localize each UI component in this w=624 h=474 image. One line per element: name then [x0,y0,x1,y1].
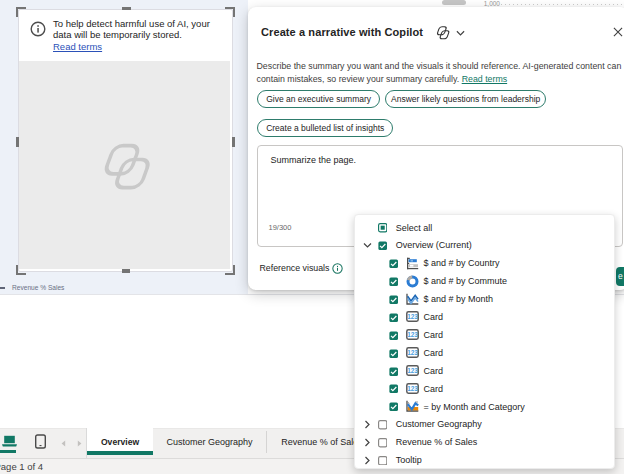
svg-text:123: 123 [407,313,418,320]
svg-text:123: 123 [407,349,418,356]
svg-text:123: 123 [407,367,418,374]
svg-text:123: 123 [407,331,418,338]
svg-text:123: 123 [407,385,418,392]
